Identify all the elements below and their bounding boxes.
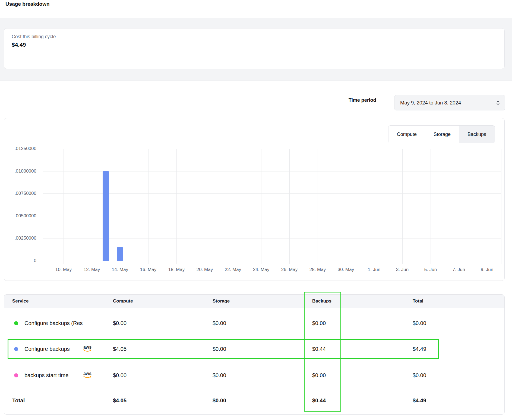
column-header-total: Total bbox=[413, 295, 423, 308]
gridline bbox=[92, 149, 92, 264]
time-period-value: May 9, 2024 to Jun 8, 2024 bbox=[400, 100, 496, 106]
series-dot bbox=[14, 321, 18, 325]
column-header-storage: Storage bbox=[213, 295, 230, 308]
tab-backups[interactable]: Backups bbox=[459, 126, 495, 143]
backups-cost: $0.44 bbox=[312, 346, 326, 352]
compute-total: $4.05 bbox=[113, 397, 127, 404]
x-axis-tick-label: 12. May bbox=[78, 267, 106, 272]
x-axis-tick-label: 30. May bbox=[332, 267, 360, 272]
total-row-label: Total bbox=[12, 397, 25, 404]
column-header-service: Service bbox=[12, 295, 29, 308]
y-axis-tick-label: .00250000 bbox=[4, 236, 36, 241]
cost-card: Cost this billing cycle $4.49 bbox=[4, 28, 505, 69]
tab-compute[interactable]: Compute bbox=[388, 126, 425, 143]
chart-metric-tabs: Compute Storage Backups bbox=[388, 125, 495, 143]
x-axis-tick-label: 16. May bbox=[134, 267, 162, 272]
backups-cost: $0.00 bbox=[312, 320, 326, 326]
y-axis-tick-label: .01250000 bbox=[4, 146, 36, 151]
gridline bbox=[318, 149, 318, 264]
gridline bbox=[176, 149, 177, 264]
gridline bbox=[43, 216, 501, 216]
gridline bbox=[261, 149, 261, 264]
x-axis-tick-label: 22. May bbox=[219, 267, 247, 272]
x-axis-tick-label: 18. May bbox=[162, 267, 191, 272]
backups-total: $0.44 bbox=[312, 397, 326, 404]
gridline bbox=[43, 238, 501, 238]
gridline bbox=[43, 149, 501, 149]
billing-summary-band: Cost this billing cycle $4.49 bbox=[0, 18, 512, 81]
x-axis-tick-label: 1. Jun bbox=[360, 267, 388, 272]
aws-icon: aws bbox=[82, 372, 93, 378]
x-axis-tick-label: 10. May bbox=[49, 267, 78, 272]
x-axis-tick-label: 5. Jun bbox=[416, 267, 445, 272]
y-axis-tick-label: .00750000 bbox=[4, 191, 36, 196]
page-title: Usage breakdown bbox=[5, 1, 50, 7]
backups-cost: $0.00 bbox=[312, 372, 326, 378]
table-header-row: Service Compute Storage Backups Total bbox=[4, 295, 504, 308]
x-axis-tick-label: 26. May bbox=[275, 267, 304, 272]
gridline bbox=[459, 149, 459, 264]
x-axis-tick-label: 20. May bbox=[191, 267, 219, 272]
time-period-label: Time period bbox=[349, 97, 376, 103]
storage-cost: $0.00 bbox=[213, 346, 226, 352]
gridline bbox=[64, 149, 64, 264]
x-axis-tick-label: 24. May bbox=[247, 267, 275, 272]
series-dot bbox=[14, 373, 18, 377]
gridline bbox=[43, 193, 501, 194]
cost-card-label: Cost this billing cycle bbox=[12, 34, 497, 40]
table-total-row: Total $4.05 $0.00 $0.44 $4.49 bbox=[4, 391, 504, 410]
total-cost: $0.00 bbox=[413, 320, 426, 326]
storage-total: $0.00 bbox=[213, 397, 226, 404]
gridline bbox=[148, 149, 148, 264]
table-row: Configure backups (Resto aws $0.00 $0.00… bbox=[4, 313, 504, 333]
compute-cost: $0.00 bbox=[113, 372, 127, 378]
chevron-up-down-icon bbox=[496, 100, 500, 106]
series-dot bbox=[14, 347, 18, 351]
x-axis-tick-label: 28. May bbox=[304, 267, 332, 272]
storage-cost: $0.00 bbox=[213, 320, 226, 326]
column-header-compute: Compute bbox=[113, 295, 133, 308]
time-period-select[interactable]: May 9, 2024 to Jun 8, 2024 bbox=[394, 95, 505, 110]
x-axis-tick-label: 9. Jun bbox=[473, 267, 501, 272]
grand-total: $4.49 bbox=[413, 397, 426, 404]
gridline bbox=[233, 149, 233, 264]
service-name: Configure backups (Resto bbox=[24, 320, 83, 326]
y-axis-tick-label: .01000000 bbox=[4, 168, 36, 174]
compute-cost: $4.05 bbox=[113, 346, 127, 352]
service-name: backups start time bbox=[24, 372, 68, 378]
cost-card-amount: $4.49 bbox=[12, 42, 497, 48]
tab-storage[interactable]: Storage bbox=[425, 126, 459, 143]
chart-bar[interactable] bbox=[117, 247, 123, 261]
x-axis-tick-label: 14. May bbox=[106, 267, 134, 272]
gridline bbox=[487, 149, 487, 264]
gridline bbox=[501, 149, 501, 264]
gridline bbox=[120, 149, 120, 264]
gridline bbox=[346, 149, 346, 264]
y-axis-tick-label: .00500000 bbox=[4, 213, 36, 219]
usage-table-card: Service Compute Storage Backups Total Co… bbox=[4, 294, 505, 415]
usage-chart-card: Compute Storage Backups .01250000.010000… bbox=[4, 118, 505, 281]
gridline bbox=[431, 149, 431, 264]
gridline bbox=[402, 149, 403, 264]
gridline bbox=[43, 171, 501, 171]
x-axis-tick-label: 7. Jun bbox=[445, 267, 473, 272]
service-name: Configure backups bbox=[24, 346, 70, 352]
gridline bbox=[43, 261, 501, 261]
aws-icon: aws bbox=[82, 345, 93, 352]
x-axis-tick-label: 3. Jun bbox=[388, 267, 416, 272]
chart-bar[interactable] bbox=[103, 171, 109, 261]
compute-cost: $0.00 bbox=[113, 320, 127, 326]
gridline bbox=[374, 149, 374, 264]
gridline bbox=[205, 149, 205, 264]
table-row: backups start time aws $0.00 $0.00 $0.00… bbox=[4, 365, 504, 385]
y-axis-tick-label: 0 bbox=[4, 258, 36, 263]
gridline bbox=[289, 149, 290, 264]
table-row: Configure backups aws $4.05 $0.00 $0.44 … bbox=[4, 339, 504, 359]
storage-cost: $0.00 bbox=[213, 372, 226, 378]
total-cost: $4.49 bbox=[413, 346, 426, 352]
total-cost: $0.00 bbox=[413, 372, 426, 378]
column-header-backups: Backups bbox=[312, 295, 331, 308]
